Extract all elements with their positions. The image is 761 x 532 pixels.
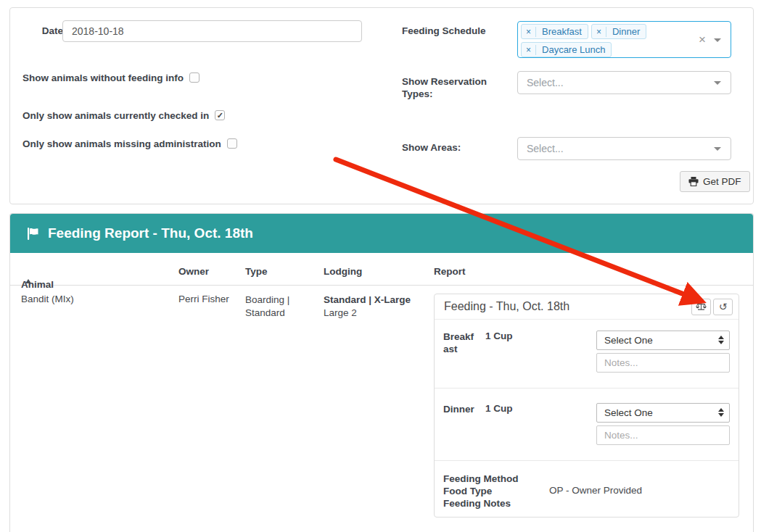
select-placeholder: Select... <box>527 143 564 154</box>
feeding-section-breakfast: Breakfast 1 Cup Select One <box>435 320 739 388</box>
animal-cell: Bandit (MIx) <box>21 294 74 304</box>
checkbox-label: Show animals without feeding info <box>22 72 184 83</box>
select-placeholder: Select... <box>527 77 564 88</box>
show-areas-select[interactable]: Select... <box>517 137 731 160</box>
report-panel-header: Feeding Report - Thu, Oct. 18th <box>10 214 753 253</box>
table-header: Animal Owner Type Lodging Report <box>10 253 753 286</box>
printer-icon <box>688 177 699 186</box>
reservation-types-select[interactable]: Select... <box>517 71 731 94</box>
owner-cell: Perri Fisher <box>178 294 229 304</box>
lodging-cell: Standard | X-Large Large 2 <box>324 294 416 320</box>
balance-scale-icon <box>696 302 707 311</box>
currently-checked-in-checkbox[interactable] <box>215 110 225 120</box>
column-report: Report <box>434 266 466 277</box>
sort-asc-icon <box>25 279 31 283</box>
type-cell: Boarding | Standard <box>245 294 314 320</box>
filter-row-missing-administration: Only show animals missing administration <box>22 138 237 149</box>
feeding-method-label: Feeding Method <box>443 473 730 485</box>
feeding-method-button[interactable] <box>691 299 711 315</box>
remove-tag-icon[interactable]: × <box>522 45 536 55</box>
feeding-name: Dinner <box>443 403 477 460</box>
report-panel: Feeding Report - Thu, Oct. 18th Animal O… <box>9 213 754 532</box>
clear-all-icon[interactable]: × <box>699 33 706 47</box>
feeding-card-header: Feeding - Thu, Oct. 18th ↺ <box>435 294 739 320</box>
feeding-controls: Select One <box>596 403 730 460</box>
feeding-report-page: { "colors": { "header_teal": "#2d9d9c", … <box>0 0 761 532</box>
feeding-schedule-multiselect[interactable]: × Breakfast × Dinner × Daycare Lunch × <box>517 21 731 58</box>
filter-row-currently-checked-in: Only show animals currently checked in <box>22 109 225 121</box>
select-stepper-icon <box>718 336 724 344</box>
without-feeding-info-checkbox[interactable] <box>189 72 199 83</box>
chevron-down-icon[interactable] <box>714 38 721 42</box>
schedule-tag-dinner: × Dinner <box>591 24 646 39</box>
breakfast-status-select[interactable]: Select One <box>596 331 730 350</box>
remove-tag-icon[interactable]: × <box>592 27 606 37</box>
reservation-types-label: Show Reservation Types: <box>402 75 493 100</box>
schedule-tag-breakfast: × Breakfast <box>521 24 588 39</box>
dinner-status-select[interactable]: Select One <box>596 403 730 423</box>
feeding-name: Breakfast <box>443 331 477 388</box>
column-type[interactable]: Type <box>245 266 268 277</box>
feeding-notes-label: Feeding Notes <box>443 497 730 510</box>
show-areas-label: Show Areas: <box>402 142 461 153</box>
history-button[interactable]: ↺ <box>713 299 733 315</box>
feeding-section-dinner: Dinner 1 Cup Select One <box>435 388 739 461</box>
select-stepper-icon <box>718 408 724 417</box>
feeding-schedule-label: Feeding Schedule <box>402 25 486 36</box>
breakfast-notes-input[interactable] <box>596 353 730 373</box>
date-input[interactable] <box>62 20 362 42</box>
checkbox-label: Only show animals missing administration <box>22 138 221 149</box>
history-icon: ↺ <box>719 302 728 312</box>
feeding-details-section: Feeding Method Food Type Feeding Notes O… <box>435 461 739 510</box>
schedule-tag-daycare-lunch: × Daycare Lunch <box>521 42 612 57</box>
checkbox-label: Only show animals currently checked in <box>22 110 209 121</box>
filter-panel: Date Show animals without feeding info O… <box>9 7 754 204</box>
dinner-notes-input[interactable] <box>596 425 730 445</box>
date-label: Date <box>30 25 63 36</box>
column-owner[interactable]: Owner <box>178 266 209 277</box>
feeding-report-card: Feeding - Thu, Oct. 18th ↺ Breakfast 1 C… <box>434 294 739 518</box>
feeding-card-title: Feeding - Thu, Oct. 18th <box>444 300 689 313</box>
column-lodging[interactable]: Lodging <box>324 266 362 277</box>
filter-row-without-feeding-info: Show animals without feeding info <box>22 72 199 83</box>
page-title: Feeding Report - Thu, Oct. 18th <box>48 225 253 241</box>
chevron-down-icon <box>714 81 721 85</box>
feeding-amount: 1 Cup <box>485 331 551 388</box>
flag-icon <box>26 227 40 241</box>
chevron-down-icon <box>714 147 721 151</box>
food-type-value: OP - Owner Provided <box>549 485 642 496</box>
missing-administration-checkbox[interactable] <box>227 138 237 149</box>
remove-tag-icon[interactable]: × <box>522 27 536 37</box>
feeding-controls: Select One <box>596 331 730 388</box>
feeding-amount: 1 Cup <box>485 403 551 460</box>
get-pdf-button[interactable]: Get PDF <box>680 171 750 192</box>
lodging-sub: Large 2 <box>324 307 357 318</box>
